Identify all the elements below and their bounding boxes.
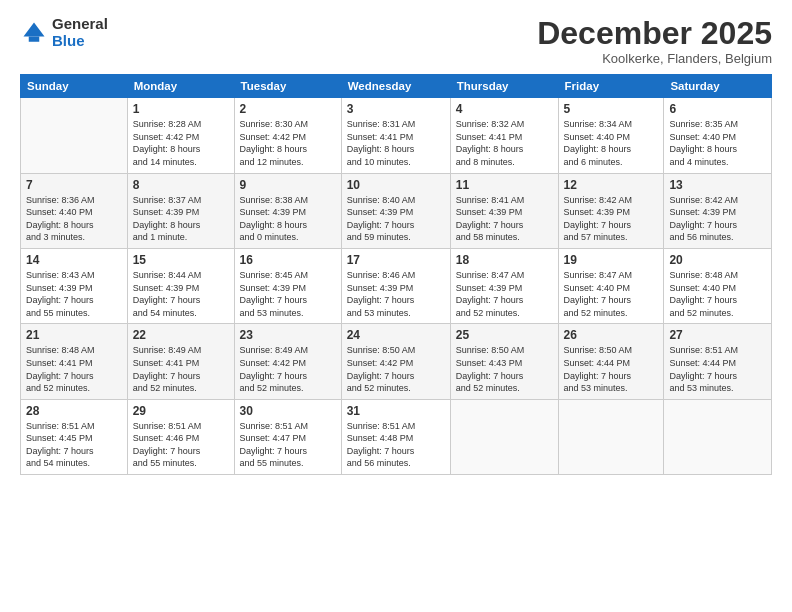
day-number: 5: [564, 102, 659, 116]
table-cell: 22Sunrise: 8:49 AM Sunset: 4:41 PM Dayli…: [127, 324, 234, 399]
day-number: 13: [669, 178, 766, 192]
table-cell: 7Sunrise: 8:36 AM Sunset: 4:40 PM Daylig…: [21, 173, 128, 248]
day-info: Sunrise: 8:49 AM Sunset: 4:41 PM Dayligh…: [133, 344, 229, 394]
table-cell: 2Sunrise: 8:30 AM Sunset: 4:42 PM Daylig…: [234, 98, 341, 173]
calendar-week-2: 7Sunrise: 8:36 AM Sunset: 4:40 PM Daylig…: [21, 173, 772, 248]
day-info: Sunrise: 8:41 AM Sunset: 4:39 PM Dayligh…: [456, 194, 553, 244]
table-cell: 29Sunrise: 8:51 AM Sunset: 4:46 PM Dayli…: [127, 399, 234, 474]
table-cell: 26Sunrise: 8:50 AM Sunset: 4:44 PM Dayli…: [558, 324, 664, 399]
day-info: Sunrise: 8:51 AM Sunset: 4:48 PM Dayligh…: [347, 420, 445, 470]
day-number: 7: [26, 178, 122, 192]
col-sunday: Sunday: [21, 75, 128, 98]
calendar-table: Sunday Monday Tuesday Wednesday Thursday…: [20, 74, 772, 475]
table-cell: 8Sunrise: 8:37 AM Sunset: 4:39 PM Daylig…: [127, 173, 234, 248]
table-cell: 19Sunrise: 8:47 AM Sunset: 4:40 PM Dayli…: [558, 248, 664, 323]
day-info: Sunrise: 8:50 AM Sunset: 4:44 PM Dayligh…: [564, 344, 659, 394]
day-number: 29: [133, 404, 229, 418]
day-info: Sunrise: 8:31 AM Sunset: 4:41 PM Dayligh…: [347, 118, 445, 168]
table-cell: 12Sunrise: 8:42 AM Sunset: 4:39 PM Dayli…: [558, 173, 664, 248]
table-cell: 3Sunrise: 8:31 AM Sunset: 4:41 PM Daylig…: [341, 98, 450, 173]
table-cell: 23Sunrise: 8:49 AM Sunset: 4:42 PM Dayli…: [234, 324, 341, 399]
header: General Blue December 2025 Koolkerke, Fl…: [20, 16, 772, 66]
day-info: Sunrise: 8:35 AM Sunset: 4:40 PM Dayligh…: [669, 118, 766, 168]
table-cell: 6Sunrise: 8:35 AM Sunset: 4:40 PM Daylig…: [664, 98, 772, 173]
day-info: Sunrise: 8:43 AM Sunset: 4:39 PM Dayligh…: [26, 269, 122, 319]
table-cell: [450, 399, 558, 474]
day-info: Sunrise: 8:47 AM Sunset: 4:40 PM Dayligh…: [564, 269, 659, 319]
day-number: 10: [347, 178, 445, 192]
calendar-week-5: 28Sunrise: 8:51 AM Sunset: 4:45 PM Dayli…: [21, 399, 772, 474]
table-cell: 21Sunrise: 8:48 AM Sunset: 4:41 PM Dayli…: [21, 324, 128, 399]
day-number: 11: [456, 178, 553, 192]
table-cell: 17Sunrise: 8:46 AM Sunset: 4:39 PM Dayli…: [341, 248, 450, 323]
col-friday: Friday: [558, 75, 664, 98]
table-cell: 25Sunrise: 8:50 AM Sunset: 4:43 PM Dayli…: [450, 324, 558, 399]
day-number: 19: [564, 253, 659, 267]
day-info: Sunrise: 8:32 AM Sunset: 4:41 PM Dayligh…: [456, 118, 553, 168]
day-number: 18: [456, 253, 553, 267]
table-cell: 18Sunrise: 8:47 AM Sunset: 4:39 PM Dayli…: [450, 248, 558, 323]
day-info: Sunrise: 8:51 AM Sunset: 4:46 PM Dayligh…: [133, 420, 229, 470]
day-number: 20: [669, 253, 766, 267]
logo-text: General Blue: [52, 16, 108, 49]
col-tuesday: Tuesday: [234, 75, 341, 98]
day-info: Sunrise: 8:51 AM Sunset: 4:47 PM Dayligh…: [240, 420, 336, 470]
day-number: 1: [133, 102, 229, 116]
logo-icon: [20, 19, 48, 47]
table-cell: 30Sunrise: 8:51 AM Sunset: 4:47 PM Dayli…: [234, 399, 341, 474]
col-saturday: Saturday: [664, 75, 772, 98]
calendar-week-3: 14Sunrise: 8:43 AM Sunset: 4:39 PM Dayli…: [21, 248, 772, 323]
day-info: Sunrise: 8:50 AM Sunset: 4:42 PM Dayligh…: [347, 344, 445, 394]
day-info: Sunrise: 8:45 AM Sunset: 4:39 PM Dayligh…: [240, 269, 336, 319]
day-number: 17: [347, 253, 445, 267]
col-wednesday: Wednesday: [341, 75, 450, 98]
table-cell: [664, 399, 772, 474]
day-info: Sunrise: 8:46 AM Sunset: 4:39 PM Dayligh…: [347, 269, 445, 319]
calendar-week-1: 1Sunrise: 8:28 AM Sunset: 4:42 PM Daylig…: [21, 98, 772, 173]
table-cell: 15Sunrise: 8:44 AM Sunset: 4:39 PM Dayli…: [127, 248, 234, 323]
table-cell: 4Sunrise: 8:32 AM Sunset: 4:41 PM Daylig…: [450, 98, 558, 173]
day-info: Sunrise: 8:48 AM Sunset: 4:41 PM Dayligh…: [26, 344, 122, 394]
day-info: Sunrise: 8:37 AM Sunset: 4:39 PM Dayligh…: [133, 194, 229, 244]
day-number: 22: [133, 328, 229, 342]
day-info: Sunrise: 8:47 AM Sunset: 4:39 PM Dayligh…: [456, 269, 553, 319]
day-info: Sunrise: 8:40 AM Sunset: 4:39 PM Dayligh…: [347, 194, 445, 244]
day-info: Sunrise: 8:44 AM Sunset: 4:39 PM Dayligh…: [133, 269, 229, 319]
day-number: 3: [347, 102, 445, 116]
day-number: 6: [669, 102, 766, 116]
day-info: Sunrise: 8:50 AM Sunset: 4:43 PM Dayligh…: [456, 344, 553, 394]
calendar-week-4: 21Sunrise: 8:48 AM Sunset: 4:41 PM Dayli…: [21, 324, 772, 399]
table-cell: 10Sunrise: 8:40 AM Sunset: 4:39 PM Dayli…: [341, 173, 450, 248]
logo: General Blue: [20, 16, 108, 49]
day-info: Sunrise: 8:51 AM Sunset: 4:44 PM Dayligh…: [669, 344, 766, 394]
location-subtitle: Koolkerke, Flanders, Belgium: [537, 51, 772, 66]
day-number: 28: [26, 404, 122, 418]
svg-marker-0: [24, 22, 45, 36]
day-info: Sunrise: 8:38 AM Sunset: 4:39 PM Dayligh…: [240, 194, 336, 244]
table-cell: 31Sunrise: 8:51 AM Sunset: 4:48 PM Dayli…: [341, 399, 450, 474]
svg-rect-1: [29, 36, 40, 41]
table-cell: 14Sunrise: 8:43 AM Sunset: 4:39 PM Dayli…: [21, 248, 128, 323]
calendar-header-row: Sunday Monday Tuesday Wednesday Thursday…: [21, 75, 772, 98]
day-number: 9: [240, 178, 336, 192]
day-number: 26: [564, 328, 659, 342]
logo-blue-text: Blue: [52, 33, 108, 50]
day-info: Sunrise: 8:36 AM Sunset: 4:40 PM Dayligh…: [26, 194, 122, 244]
day-number: 12: [564, 178, 659, 192]
day-number: 4: [456, 102, 553, 116]
table-cell: 28Sunrise: 8:51 AM Sunset: 4:45 PM Dayli…: [21, 399, 128, 474]
table-cell: [21, 98, 128, 173]
title-block: December 2025 Koolkerke, Flanders, Belgi…: [537, 16, 772, 66]
table-cell: 11Sunrise: 8:41 AM Sunset: 4:39 PM Dayli…: [450, 173, 558, 248]
day-number: 8: [133, 178, 229, 192]
day-info: Sunrise: 8:48 AM Sunset: 4:40 PM Dayligh…: [669, 269, 766, 319]
day-info: Sunrise: 8:51 AM Sunset: 4:45 PM Dayligh…: [26, 420, 122, 470]
table-cell: 5Sunrise: 8:34 AM Sunset: 4:40 PM Daylig…: [558, 98, 664, 173]
page: General Blue December 2025 Koolkerke, Fl…: [0, 0, 792, 612]
col-thursday: Thursday: [450, 75, 558, 98]
table-cell: 9Sunrise: 8:38 AM Sunset: 4:39 PM Daylig…: [234, 173, 341, 248]
day-info: Sunrise: 8:42 AM Sunset: 4:39 PM Dayligh…: [564, 194, 659, 244]
month-title: December 2025: [537, 16, 772, 51]
day-info: Sunrise: 8:42 AM Sunset: 4:39 PM Dayligh…: [669, 194, 766, 244]
day-info: Sunrise: 8:30 AM Sunset: 4:42 PM Dayligh…: [240, 118, 336, 168]
